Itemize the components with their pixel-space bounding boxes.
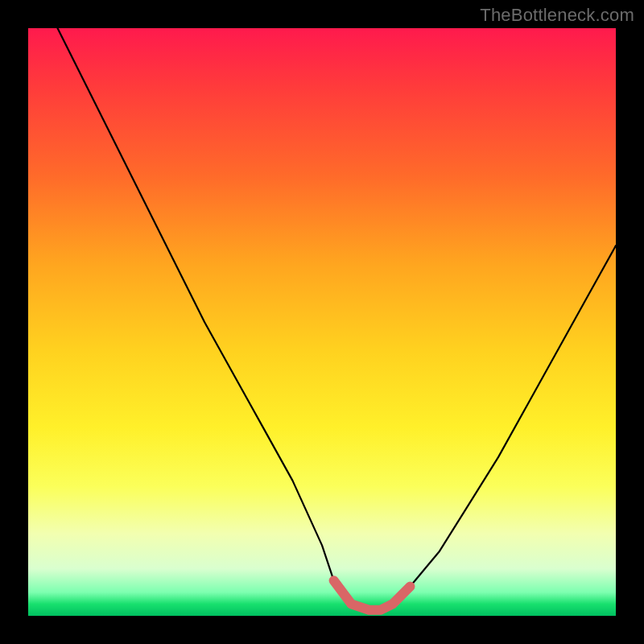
bottleneck-curve [58,28,617,610]
watermark-text: TheBottleneck.com [480,5,634,26]
chart-frame: TheBottleneck.com [0,0,644,644]
highlight-segment [334,580,411,610]
curve-svg [28,28,616,616]
plot-area [28,28,616,616]
